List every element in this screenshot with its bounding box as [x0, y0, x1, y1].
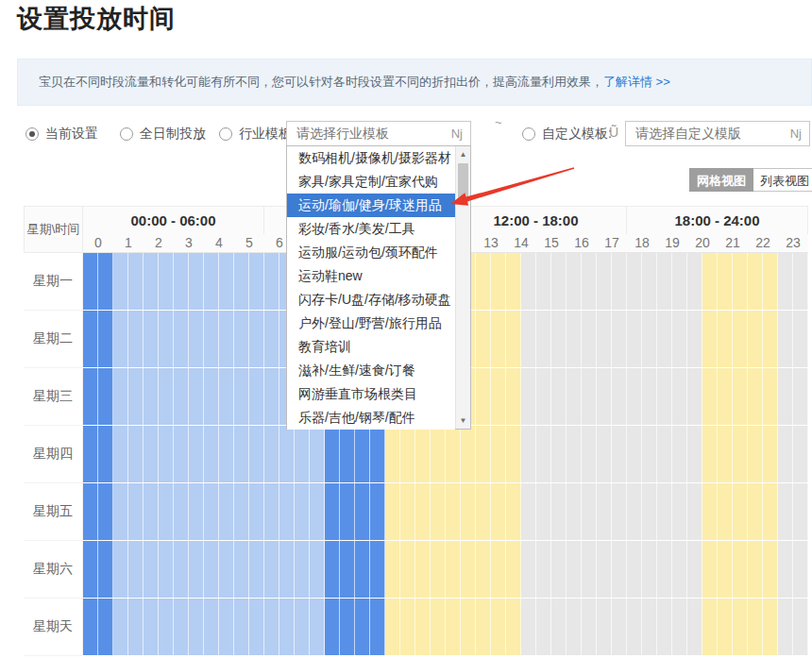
- schedule-cell[interactable]: [461, 541, 476, 598]
- schedule-cell[interactable]: [355, 599, 370, 655]
- schedule-cell[interactable]: [748, 311, 763, 367]
- schedule-cell[interactable]: [98, 541, 113, 598]
- schedule-cell[interactable]: [702, 311, 718, 367]
- schedule-cell[interactable]: [536, 253, 551, 310]
- schedule-cell[interactable]: [672, 483, 687, 540]
- schedule-cell[interactable]: [446, 541, 461, 598]
- schedule-cell[interactable]: [567, 253, 582, 310]
- hour-label[interactable]: 18: [627, 234, 657, 252]
- schedule-cell[interactable]: [431, 541, 446, 598]
- day-label[interactable]: 星期五: [24, 483, 83, 541]
- hour-label[interactable]: 4: [204, 234, 234, 252]
- schedule-cell[interactable]: [264, 253, 279, 310]
- schedule-cell[interactable]: [718, 483, 733, 540]
- schedule-cell[interactable]: [83, 253, 98, 310]
- dropdown-item[interactable]: 户外/登山/野营/旅行用品: [287, 312, 455, 335]
- schedule-cell[interactable]: [506, 311, 521, 367]
- hour-label[interactable]: 20: [687, 234, 718, 252]
- schedule-cell[interactable]: [325, 541, 340, 598]
- schedule-cell[interactable]: [113, 368, 128, 425]
- schedule-cell[interactable]: [83, 311, 98, 367]
- schedule-cell[interactable]: [672, 368, 687, 425]
- schedule-cell[interactable]: [159, 368, 174, 425]
- schedule-cell[interactable]: [687, 311, 702, 367]
- schedule-cell[interactable]: [249, 426, 264, 482]
- schedule-cell[interactable]: [234, 311, 249, 367]
- schedule-cell[interactable]: [204, 368, 219, 425]
- schedule-cell[interactable]: [687, 483, 702, 540]
- dropdown-scrollbar[interactable]: ▲ ▼: [455, 146, 470, 429]
- schedule-cell[interactable]: [612, 483, 627, 540]
- dropdown-item[interactable]: 彩妆/香水/美发/工具: [287, 217, 455, 241]
- schedule-cell[interactable]: [551, 311, 567, 367]
- schedule-cell[interactable]: [264, 368, 279, 425]
- schedule-cell[interactable]: [627, 541, 642, 598]
- schedule-cell[interactable]: [204, 253, 219, 310]
- schedule-cell[interactable]: [778, 311, 793, 367]
- schedule-cell[interactable]: [144, 599, 159, 655]
- schedule-cell[interactable]: [144, 368, 159, 425]
- schedule-cell[interactable]: [506, 368, 521, 425]
- schedule-cell[interactable]: [249, 599, 264, 655]
- schedule-cell[interactable]: [264, 483, 279, 540]
- schedule-cell[interactable]: [642, 368, 657, 425]
- day-label[interactable]: 星期六: [24, 541, 83, 599]
- schedule-cell[interactable]: [476, 426, 491, 482]
- schedule-cell[interactable]: [597, 311, 612, 367]
- schedule-cell[interactable]: [264, 541, 279, 598]
- dropdown-item[interactable]: 网游垂直市场根类目: [287, 382, 455, 406]
- schedule-cell[interactable]: [672, 426, 687, 482]
- schedule-cell[interactable]: [279, 483, 295, 540]
- schedule-cell[interactable]: [763, 311, 778, 367]
- schedule-cell[interactable]: [491, 253, 506, 310]
- radio-icon[interactable]: [219, 127, 232, 141]
- schedule-cell[interactable]: [672, 599, 687, 655]
- schedule-cell[interactable]: [718, 541, 733, 598]
- schedule-cell[interactable]: [642, 541, 657, 598]
- scroll-down-icon[interactable]: ▼: [456, 413, 470, 428]
- schedule-cell[interactable]: [567, 483, 582, 540]
- schedule-cell[interactable]: [174, 541, 189, 598]
- schedule-cell[interactable]: [748, 599, 763, 655]
- schedule-cell[interactable]: [627, 368, 642, 425]
- schedule-cell[interactable]: [159, 311, 174, 367]
- schedule-cell[interactable]: [249, 253, 264, 310]
- schedule-cell[interactable]: [249, 368, 264, 425]
- schedule-cell[interactable]: [567, 599, 582, 655]
- schedule-cell[interactable]: [174, 599, 189, 655]
- schedule-cell[interactable]: [733, 599, 748, 655]
- schedule-cell[interactable]: [98, 599, 113, 655]
- schedule-cell[interactable]: [144, 253, 159, 310]
- schedule-cell[interactable]: [521, 599, 536, 655]
- schedule-cell[interactable]: [159, 541, 174, 598]
- schedule-cell[interactable]: [415, 541, 431, 598]
- schedule-cell[interactable]: [657, 253, 672, 310]
- schedule-cell[interactable]: [476, 541, 491, 598]
- hour-label[interactable]: 1: [113, 234, 144, 252]
- schedule-cell[interactable]: [144, 541, 159, 598]
- schedule-cell[interactable]: [400, 541, 415, 598]
- hour-label[interactable]: 19: [657, 234, 687, 252]
- schedule-cell[interactable]: [476, 311, 491, 367]
- schedule-cell[interactable]: [189, 368, 204, 425]
- schedule-cell[interactable]: [98, 426, 113, 482]
- schedule-cell[interactable]: [763, 599, 778, 655]
- schedule-cell[interactable]: [174, 368, 189, 425]
- schedule-cell[interactable]: [778, 426, 793, 482]
- schedule-cell[interactable]: [567, 368, 582, 425]
- schedule-cell[interactable]: [793, 368, 808, 425]
- schedule-cell[interactable]: [657, 311, 672, 367]
- schedule-cell[interactable]: [310, 483, 325, 540]
- schedule-cell[interactable]: [83, 368, 98, 425]
- schedule-cell[interactable]: [506, 426, 521, 482]
- schedule-cell[interactable]: [763, 368, 778, 425]
- schedule-cell[interactable]: [612, 426, 627, 482]
- schedule-cell[interactable]: [793, 599, 808, 655]
- schedule-cell[interactable]: [506, 541, 521, 598]
- schedule-cell[interactable]: [567, 311, 582, 367]
- schedule-cell[interactable]: [83, 599, 98, 655]
- schedule-cell[interactable]: [506, 599, 521, 655]
- schedule-cell[interactable]: [687, 541, 702, 598]
- schedule-cell[interactable]: [476, 368, 491, 425]
- schedule-cell[interactable]: [687, 426, 702, 482]
